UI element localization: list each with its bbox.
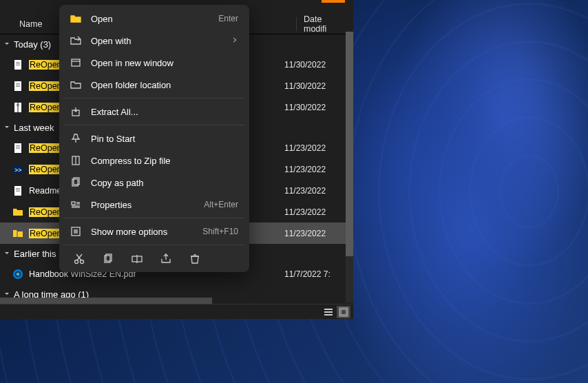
svg-point-25 xyxy=(17,272,20,276)
delete-button[interactable] xyxy=(189,253,201,265)
copypath-icon xyxy=(70,177,81,188)
menu-item-open-with[interactable]: Open with xyxy=(62,30,246,52)
svg-rect-7 xyxy=(16,86,20,87)
scrollbar-vertical[interactable] xyxy=(346,32,353,302)
status-bar xyxy=(0,304,353,319)
open-icon xyxy=(70,13,81,24)
file-date: 11/30/2022 xyxy=(284,103,353,112)
cut-button[interactable] xyxy=(73,253,85,265)
file-icon xyxy=(12,207,23,218)
svg-rect-27 xyxy=(324,311,333,313)
svg-rect-21 xyxy=(16,191,20,192)
menu-item-properties[interactable]: PropertiesAlt+Enter xyxy=(62,194,246,216)
svg-rect-10 xyxy=(17,104,19,105)
file-icon xyxy=(12,269,23,280)
svg-rect-14 xyxy=(16,147,20,147)
file-icon xyxy=(12,102,23,113)
group-label: Earlier this xyxy=(14,249,56,259)
menu-separator xyxy=(63,125,245,125)
copy-button[interactable] xyxy=(102,253,114,265)
file-date: 11/23/2022 xyxy=(284,186,353,196)
file-icon xyxy=(12,185,23,196)
file-date: 11/30/2022 xyxy=(284,60,353,70)
view-large-button[interactable] xyxy=(337,306,350,318)
svg-rect-1 xyxy=(16,62,20,63)
svg-rect-22 xyxy=(17,231,18,237)
menu-item-extract-all-[interactable]: Extract All... xyxy=(62,101,246,123)
menu-separator xyxy=(63,218,245,218)
newwin-icon xyxy=(70,57,81,68)
menu-item-label: Compress to Zip file xyxy=(91,156,238,166)
chevron-down-icon xyxy=(3,40,11,48)
svg-point-49 xyxy=(81,260,84,264)
svg-rect-39 xyxy=(72,202,75,205)
menu-item-show-more-options[interactable]: Show more optionsShift+F10 xyxy=(62,220,246,242)
context-menu: OpenEnterOpen withOpen in new windowOpen… xyxy=(59,5,249,272)
menu-item-label: Pin to Start xyxy=(91,134,238,144)
menu-item-pin-to-start[interactable]: Pin to Start xyxy=(62,127,246,149)
extract-icon xyxy=(70,106,81,117)
context-toolbar xyxy=(62,247,246,269)
file-icon xyxy=(12,228,23,239)
file-date: 11/23/2022 xyxy=(284,143,353,153)
svg-point-48 xyxy=(75,260,78,264)
window-accent xyxy=(322,0,345,3)
props-icon xyxy=(70,199,81,210)
svg-rect-30 xyxy=(341,309,346,315)
svg-rect-13 xyxy=(16,145,20,146)
file-icon xyxy=(12,143,23,154)
menu-separator xyxy=(63,98,245,99)
chevron-right-icon xyxy=(231,36,238,45)
svg-rect-6 xyxy=(16,85,20,85)
menu-separator xyxy=(63,245,245,245)
svg-rect-2 xyxy=(16,63,20,64)
column-separator[interactable] xyxy=(296,17,297,31)
file-date: 11/23/2022 xyxy=(284,207,353,217)
share-button[interactable] xyxy=(160,253,172,265)
file-icon xyxy=(12,59,23,70)
svg-rect-5 xyxy=(16,83,20,84)
file-date: 11/23/2022 xyxy=(284,229,353,238)
file-icon: >> xyxy=(12,164,23,175)
menu-item-label: Show more options xyxy=(91,227,193,237)
chevron-down-icon xyxy=(3,123,11,132)
view-details-button[interactable] xyxy=(322,306,335,318)
folderloc-icon xyxy=(70,79,81,90)
column-date[interactable]: Date modifi xyxy=(304,14,346,34)
menu-item-copy-as-path[interactable]: Copy as path xyxy=(62,172,246,194)
svg-rect-11 xyxy=(17,105,19,106)
menu-item-open-folder-location[interactable]: Open folder location xyxy=(62,74,246,96)
pin-icon xyxy=(70,133,81,144)
group-label: Today (3) xyxy=(14,39,51,50)
menu-item-label: Open xyxy=(91,14,209,24)
svg-rect-26 xyxy=(324,309,333,310)
menu-accelerator: Alt+Enter xyxy=(204,200,238,209)
menu-item-label: Open in new window xyxy=(91,58,238,68)
menu-item-label: Extract All... xyxy=(91,107,238,117)
menu-accelerator: Shift+F10 xyxy=(202,227,238,236)
svg-rect-20 xyxy=(16,189,20,190)
file-date: 11/23/2022 xyxy=(284,165,353,174)
scrollbar-horizontal[interactable] xyxy=(0,298,212,304)
svg-text:>>: >> xyxy=(14,167,22,174)
menu-accelerator: Enter xyxy=(218,14,238,23)
menu-item-open-in-new-window[interactable]: Open in new window xyxy=(62,52,246,74)
svg-rect-15 xyxy=(16,148,20,149)
svg-rect-3 xyxy=(16,65,20,65)
menu-item-open[interactable]: OpenEnter xyxy=(62,8,246,30)
svg-rect-28 xyxy=(324,314,333,315)
file-date: 11/7/2022 7: xyxy=(284,269,353,279)
file-date: 11/30/2022 xyxy=(284,81,353,91)
menu-item-label: Properties xyxy=(91,200,194,210)
svg-rect-19 xyxy=(16,188,20,189)
menu-item-label: Open with xyxy=(91,36,222,46)
rename-button[interactable] xyxy=(131,253,143,265)
svg-line-50 xyxy=(77,254,82,260)
svg-rect-31 xyxy=(72,59,80,66)
menu-item-compress-to-zip-file[interactable]: Compress to Zip file xyxy=(62,149,246,172)
menu-item-label: Copy as path xyxy=(91,178,238,188)
menu-item-label: Open folder location xyxy=(91,80,238,90)
openwith-icon xyxy=(70,35,81,46)
scrollbar-thumb[interactable] xyxy=(346,32,353,256)
more-icon xyxy=(70,226,81,237)
